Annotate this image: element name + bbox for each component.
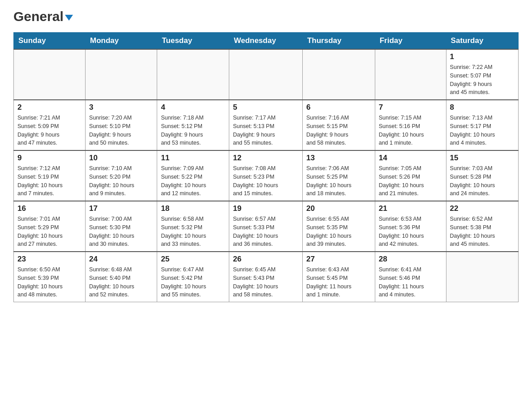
day-number: 12 (233, 154, 299, 163)
day-number: 11 (161, 154, 225, 163)
day-info: Sunrise: 6:41 AM Sunset: 5:46 PM Dayligh… (379, 265, 442, 299)
weekday-header-thursday: Thursday (302, 33, 375, 50)
day-number: 19 (233, 204, 299, 213)
day-cell: 16Sunrise: 7:01 AM Sunset: 5:29 PM Dayli… (14, 201, 86, 252)
week-row-3: 9Sunrise: 7:12 AM Sunset: 5:19 PM Daylig… (14, 150, 519, 201)
day-info: Sunrise: 7:12 AM Sunset: 5:19 PM Dayligh… (17, 164, 82, 198)
day-cell: 12Sunrise: 7:08 AM Sunset: 5:23 PM Dayli… (229, 150, 303, 201)
weekday-header-monday: Monday (86, 33, 157, 50)
day-number: 17 (89, 204, 153, 213)
day-cell: 26Sunrise: 6:45 AM Sunset: 5:43 PM Dayli… (229, 252, 303, 302)
page-header: General (13, 9, 519, 24)
day-cell: 27Sunrise: 6:43 AM Sunset: 5:45 PM Dayli… (302, 252, 375, 302)
day-number: 9 (17, 154, 82, 163)
day-cell: 19Sunrise: 6:57 AM Sunset: 5:33 PM Dayli… (229, 201, 303, 252)
day-number: 7 (379, 103, 442, 112)
logo-triangle-icon (65, 15, 73, 21)
day-cell: 18Sunrise: 6:58 AM Sunset: 5:32 PM Dayli… (157, 201, 229, 252)
calendar-table: SundayMondayTuesdayWednesdayThursdayFrid… (13, 32, 519, 302)
weekday-header-friday: Friday (375, 33, 446, 50)
day-number: 28 (379, 255, 442, 264)
day-info: Sunrise: 7:21 AM Sunset: 5:09 PM Dayligh… (17, 114, 82, 147)
day-cell (446, 252, 518, 302)
day-info: Sunrise: 7:05 AM Sunset: 5:26 PM Dayligh… (379, 164, 442, 198)
day-info: Sunrise: 6:43 AM Sunset: 5:45 PM Dayligh… (306, 265, 371, 299)
day-cell: 5Sunrise: 7:17 AM Sunset: 5:13 PM Daylig… (229, 100, 303, 150)
day-info: Sunrise: 6:58 AM Sunset: 5:32 PM Dayligh… (161, 215, 225, 248)
day-info: Sunrise: 7:13 AM Sunset: 5:17 PM Dayligh… (450, 114, 515, 147)
day-cell: 23Sunrise: 6:50 AM Sunset: 5:39 PM Dayli… (14, 252, 86, 302)
day-cell: 14Sunrise: 7:05 AM Sunset: 5:26 PM Dayli… (375, 150, 446, 201)
day-number: 4 (161, 103, 225, 112)
day-info: Sunrise: 6:52 AM Sunset: 5:38 PM Dayligh… (450, 215, 515, 248)
day-number: 6 (306, 103, 371, 112)
day-cell: 28Sunrise: 6:41 AM Sunset: 5:46 PM Dayli… (375, 252, 446, 302)
day-info: Sunrise: 7:22 AM Sunset: 5:07 PM Dayligh… (450, 63, 515, 97)
day-cell: 25Sunrise: 6:47 AM Sunset: 5:42 PM Dayli… (157, 252, 229, 302)
week-row-4: 16Sunrise: 7:01 AM Sunset: 5:29 PM Dayli… (14, 201, 519, 252)
day-cell: 11Sunrise: 7:09 AM Sunset: 5:22 PM Dayli… (157, 150, 229, 201)
day-cell: 17Sunrise: 7:00 AM Sunset: 5:30 PM Dayli… (86, 201, 157, 252)
day-number: 13 (306, 154, 371, 163)
day-info: Sunrise: 7:08 AM Sunset: 5:23 PM Dayligh… (233, 164, 299, 198)
day-number: 22 (450, 204, 515, 213)
logo: General (13, 9, 73, 24)
day-cell: 8Sunrise: 7:13 AM Sunset: 5:17 PM Daylig… (446, 100, 518, 150)
day-cell: 21Sunrise: 6:53 AM Sunset: 5:36 PM Dayli… (375, 201, 446, 252)
day-info: Sunrise: 6:53 AM Sunset: 5:36 PM Dayligh… (379, 215, 442, 248)
day-info: Sunrise: 7:20 AM Sunset: 5:10 PM Dayligh… (89, 114, 153, 147)
day-number: 1 (450, 52, 515, 61)
day-number: 16 (17, 204, 82, 213)
day-info: Sunrise: 7:06 AM Sunset: 5:25 PM Dayligh… (306, 164, 371, 198)
day-cell: 3Sunrise: 7:20 AM Sunset: 5:10 PM Daylig… (86, 100, 157, 150)
day-cell: 22Sunrise: 6:52 AM Sunset: 5:38 PM Dayli… (446, 201, 518, 252)
week-row-1: 1Sunrise: 7:22 AM Sunset: 5:07 PM Daylig… (14, 49, 519, 100)
day-cell: 13Sunrise: 7:06 AM Sunset: 5:25 PM Dayli… (302, 150, 375, 201)
day-number: 20 (306, 204, 371, 213)
day-info: Sunrise: 7:16 AM Sunset: 5:15 PM Dayligh… (306, 114, 371, 147)
day-info: Sunrise: 6:55 AM Sunset: 5:35 PM Dayligh… (306, 215, 371, 248)
day-info: Sunrise: 7:17 AM Sunset: 5:13 PM Dayligh… (233, 114, 299, 147)
day-cell: 4Sunrise: 7:18 AM Sunset: 5:12 PM Daylig… (157, 100, 229, 150)
day-cell: 6Sunrise: 7:16 AM Sunset: 5:15 PM Daylig… (302, 100, 375, 150)
day-info: Sunrise: 6:50 AM Sunset: 5:39 PM Dayligh… (17, 265, 82, 299)
day-cell (86, 49, 157, 100)
day-cell: 24Sunrise: 6:48 AM Sunset: 5:40 PM Dayli… (86, 252, 157, 302)
day-cell: 9Sunrise: 7:12 AM Sunset: 5:19 PM Daylig… (14, 150, 86, 201)
day-cell (375, 49, 446, 100)
day-info: Sunrise: 6:48 AM Sunset: 5:40 PM Dayligh… (89, 265, 153, 299)
weekday-header-saturday: Saturday (446, 33, 518, 50)
day-info: Sunrise: 7:00 AM Sunset: 5:30 PM Dayligh… (89, 215, 153, 248)
weekday-header-tuesday: Tuesday (157, 33, 229, 50)
day-number: 3 (89, 103, 153, 112)
day-number: 15 (450, 154, 515, 163)
day-number: 14 (379, 154, 442, 163)
day-info: Sunrise: 7:03 AM Sunset: 5:28 PM Dayligh… (450, 164, 515, 198)
day-cell: 1Sunrise: 7:22 AM Sunset: 5:07 PM Daylig… (446, 49, 518, 100)
week-row-2: 2Sunrise: 7:21 AM Sunset: 5:09 PM Daylig… (14, 100, 519, 150)
day-number: 21 (379, 204, 442, 213)
day-info: Sunrise: 7:18 AM Sunset: 5:12 PM Dayligh… (161, 114, 225, 147)
day-cell (302, 49, 375, 100)
day-number: 2 (17, 103, 82, 112)
day-number: 18 (161, 204, 225, 213)
day-cell: 2Sunrise: 7:21 AM Sunset: 5:09 PM Daylig… (14, 100, 86, 150)
day-cell: 10Sunrise: 7:10 AM Sunset: 5:20 PM Dayli… (86, 150, 157, 201)
day-number: 26 (233, 255, 299, 264)
day-info: Sunrise: 7:09 AM Sunset: 5:22 PM Dayligh… (161, 164, 225, 198)
day-info: Sunrise: 7:10 AM Sunset: 5:20 PM Dayligh… (89, 164, 153, 198)
day-number: 8 (450, 103, 515, 112)
day-number: 27 (306, 255, 371, 264)
day-info: Sunrise: 7:15 AM Sunset: 5:16 PM Dayligh… (379, 114, 442, 147)
day-info: Sunrise: 6:57 AM Sunset: 5:33 PM Dayligh… (233, 215, 299, 248)
day-cell (14, 49, 86, 100)
day-number: 24 (89, 255, 153, 264)
day-number: 10 (89, 154, 153, 163)
day-number: 25 (161, 255, 225, 264)
day-cell (157, 49, 229, 100)
weekday-header-sunday: Sunday (14, 33, 86, 50)
day-info: Sunrise: 6:45 AM Sunset: 5:43 PM Dayligh… (233, 265, 299, 299)
day-cell: 20Sunrise: 6:55 AM Sunset: 5:35 PM Dayli… (302, 201, 375, 252)
day-number: 5 (233, 103, 299, 112)
weekday-header-row: SundayMondayTuesdayWednesdayThursdayFrid… (14, 33, 519, 50)
